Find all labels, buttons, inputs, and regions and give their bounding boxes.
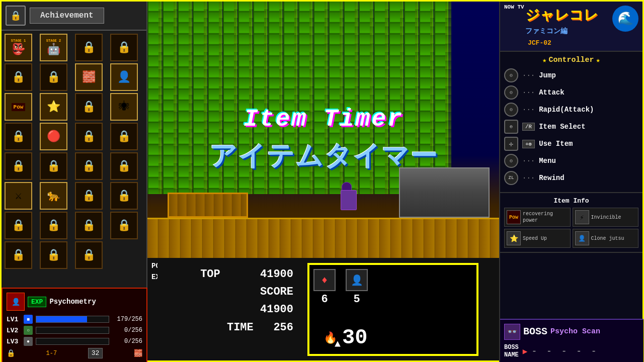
ctrl-use-item: ✛ +⊕ Use Item (504, 137, 638, 151)
boss-icon: 👓 (504, 324, 520, 340)
lv2-icon: ○ (24, 326, 33, 335)
lv1-icon: ■ (24, 315, 33, 324)
grid-cell-13: 🔒 (5, 123, 32, 150)
exp-char-icon: 👤 (7, 293, 25, 311)
item-slot-2-icon: 👤 (346, 269, 368, 291)
lv3-label: LV3 (7, 338, 21, 345)
boss-field-label: BOSSNAME (504, 344, 519, 359)
grid-cell-31: 🔒 (75, 241, 103, 269)
grid-cell-21[interactable]: ⚔ (5, 182, 32, 210)
item-pow-cell: Pow recoveringpower (504, 208, 571, 227)
lv2-bar (36, 327, 109, 334)
level-range: 1-7 (46, 350, 57, 357)
exp-header: 👤 EXP Psychometry (7, 293, 142, 311)
now-tv-label: NOW TV (504, 4, 524, 10)
item-invincible-cell: ⚡ Invincible (573, 208, 639, 227)
right-panel: NOW TV ジャレコレ ファミコン編 JCF-02 🌊 ★ Controlle… (499, 2, 642, 362)
grid-cell-5: 🔒 (5, 63, 32, 91)
grid-cell-23: 🔒 (75, 182, 103, 210)
grid-cell-25: 🔒 (5, 212, 32, 239)
score-value: 41900 (260, 303, 293, 316)
grid-cell-11: 🔒 (75, 93, 103, 121)
lv3-bar (36, 338, 109, 345)
screen-wrapper: 🔒 Achievement STAGE 1 👺 STAGE 2 🤖 🔒 (0, 0, 644, 362)
lv1-bar (36, 316, 109, 323)
achievement-grid: STAGE 1 👺 STAGE 2 🤖 🔒 🔒 🔒 🔒 (2, 31, 146, 272)
achievement-header: 🔒 Achievement (2, 2, 146, 31)
grid-cell-8[interactable]: 👤 (110, 63, 138, 91)
logo-sub: ファミコン編 (525, 27, 568, 36)
item-select-box[interactable]: ♦ 6 👤 5 🔥 30 ▲ (307, 263, 478, 356)
boss-subtitle: Psycho Scan (550, 327, 600, 336)
ctrl-jump: ⊙ ··· Jump (504, 68, 638, 82)
lv1-bar-fill (36, 316, 87, 322)
grid-cell-30: 🔒 (40, 241, 67, 269)
ctrl-icon-jump: ⊙ (504, 68, 518, 82)
grid-cell-6: 🔒 (40, 63, 67, 91)
up-arrow: ▲ (335, 338, 341, 350)
grid-cell-16: 🔒 (110, 123, 138, 150)
game-title-en: Item Timer (244, 106, 404, 133)
grid-cell-15: 🔒 (75, 123, 103, 150)
boss-dashes: - - - - - (531, 346, 598, 356)
lock-icon: 🔒 (6, 6, 26, 26)
star-right: ★ (596, 56, 600, 64)
lv3-icon: ● (24, 337, 33, 346)
ctrl-icon-rapid: ⊙ (504, 103, 518, 117)
grid-cell-18: 🔒 (40, 152, 67, 180)
exp-bottom-row: 🔒 1-7 32 🧱 (7, 348, 142, 358)
ctrl-menu: ⊙ ··· Menu (504, 154, 638, 168)
achievement-label: Achievement (30, 8, 104, 24)
grid-cell-9[interactable]: Pow (5, 93, 32, 121)
grid-cell-12[interactable]: 🕷 (110, 93, 138, 121)
time-value: 256 (273, 321, 293, 334)
ctrl-icon-attack: ⊙ (504, 85, 518, 100)
grid-cell-2[interactable]: STAGE 2 🤖 (40, 34, 67, 61)
wave-icon: 🌊 (612, 6, 638, 32)
score-label: SCORE (260, 286, 293, 298)
exp-panel: 👤 EXP Psychometry LV1 ■ 179/256 LV2 ○ 0/… (2, 288, 147, 362)
item-info-title: Item Info (504, 197, 638, 205)
grid-cell-14[interactable]: 🔴 (40, 123, 67, 150)
grid-cell-10[interactable]: ⭐ (40, 93, 67, 121)
grid-cell-22[interactable]: 🐆 (40, 182, 67, 210)
exp-badge: EXP (28, 297, 46, 307)
item-slot-2-num: 5 (353, 293, 360, 306)
grid-cell-3: 🔒 (75, 34, 103, 61)
main-game-area: Item Timer アイテムタイマー (147, 2, 500, 258)
time-label: TIME (227, 321, 254, 334)
boss-label: BOSS (523, 326, 547, 337)
grid-cell-4: 🔒 (110, 34, 138, 61)
grid-cell-7[interactable]: 🧱 (75, 63, 103, 91)
grid-cell-19: 🔒 (75, 152, 103, 180)
top-row: TOP 41900 (163, 265, 293, 283)
grid-cell-28: 🔒 (110, 212, 138, 239)
item-clone-icon: 👤 (575, 231, 589, 245)
item-count: 30 (342, 326, 367, 350)
score-row: SCORE (163, 283, 293, 301)
boss-section: 👓 BOSS Psycho Scan BOSSNAME ▶ - - - - - (500, 319, 643, 362)
lv1-label: LV1 (7, 316, 21, 323)
score-value-row: 41900 (163, 301, 293, 318)
item-invincible-icon: ⚡ (575, 210, 589, 224)
ctrl-rapid: ⊙ ··· Rapid(Attack) (504, 103, 638, 117)
score-area: TOP 41900 SCORE 41900 TIME 256 (157, 260, 298, 348)
lv1-row: LV1 ■ 179/256 (7, 315, 142, 324)
controller-section: ★ Controller ★ ⊙ ··· Jump ⊙ ··· Attack ⊙… (500, 52, 642, 193)
game-background: Item Timer アイテムタイマー (147, 2, 500, 258)
item-speedup-icon: ⭐ (507, 231, 521, 245)
item-slot-1: ♦ 6 (313, 269, 336, 306)
ctrl-icon-menu: ⊙ (504, 154, 518, 168)
item-info-grid: Pow recoveringpower ⚡ Invincible ⭐ Speed… (504, 208, 638, 248)
left-panel: 🔒 Achievement STAGE 1 👺 STAGE 2 🤖 🔒 (2, 2, 147, 362)
ctrl-attack: ⊙ ··· Attack (504, 85, 638, 100)
ctrl-icon-rewind: ZL (504, 171, 518, 185)
grid-cell-29: 🔒 (5, 241, 32, 269)
grid-cell-24: 🔒 (110, 182, 138, 210)
lv2-row: LV2 ○ 0/256 (7, 326, 142, 335)
item-slot-1-num: 6 (321, 293, 328, 306)
top-label: TOP (200, 268, 220, 281)
grid-cell-1[interactable]: STAGE 1 👺 (5, 34, 32, 61)
item-top-row: ♦ 6 👤 5 (313, 269, 472, 306)
grid-cell-26: 🔒 (40, 212, 67, 239)
